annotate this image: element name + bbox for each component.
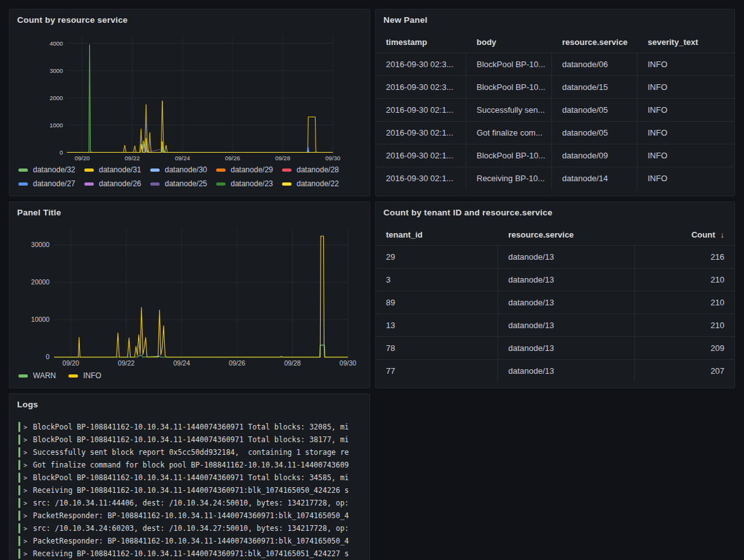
log-row[interactable]: >BlockPool BP-108841162-10.10.34.11-1440… (17, 421, 367, 433)
panel-title[interactable]: Logs (17, 400, 362, 410)
column-header-tenant-id[interactable]: tenant_id (376, 224, 498, 245)
tenant-count-table: tenant_idresource.serviceCount↓29datanod… (376, 224, 734, 388)
table-row: 13datanode/13210 (376, 314, 734, 336)
table-cell: 2016-09-30 02:1... (376, 99, 466, 121)
legend-item-info[interactable]: INFO (68, 369, 101, 383)
table-cell: 2016-09-30 02:3... (376, 76, 466, 98)
panel-header: New Panel (376, 10, 734, 31)
svg-text:0: 0 (46, 353, 49, 360)
log-events-table: timestampbodyresource.serviceseverity_te… (376, 31, 734, 196)
table-row: 78datanode/13209 (376, 336, 734, 359)
legend-item-datanode-27[interactable]: datanode/27 (18, 177, 84, 191)
series-color-marker (18, 169, 28, 172)
expand-chevron-icon: > (23, 487, 29, 494)
log-row[interactable]: >Receiving BP-108841162-10.10.34.11-1440… (17, 547, 367, 560)
legend-item-datanode-22[interactable]: datanode/22 (282, 177, 348, 191)
log-level-bar (18, 536, 20, 546)
series-color-marker (150, 182, 160, 186)
legend-item-datanode-29[interactable]: datanode/29 (216, 163, 282, 177)
log-line-text: BlockPool BP-108841162-10.10.34.11-14400… (33, 435, 349, 444)
log-level-bar (18, 460, 20, 470)
log-row[interactable]: >BlockPool BP-108841162-10.10.34.11-1440… (17, 471, 367, 484)
table-cell: 210 (635, 314, 734, 336)
table-cell: datanode/09 (552, 144, 638, 167)
table-cell: INFO (638, 167, 734, 189)
panel-title[interactable]: Panel Title (17, 208, 362, 218)
log-level-bar (18, 549, 20, 559)
table-cell: datanode/05 (552, 122, 638, 144)
log-row[interactable]: >PacketResponder: BP-108841162-10.10.34.… (17, 535, 367, 547)
column-header-resource-service[interactable]: resource.service (498, 224, 635, 245)
panel-title[interactable]: Count by resource service (17, 15, 362, 25)
legend-item-warn[interactable]: WARN (18, 369, 56, 383)
table-cell: datanode/13 (498, 269, 635, 291)
log-row[interactable]: >Receiving BP-108841162-10.10.34.11-1440… (17, 484, 367, 497)
table-cell: datanode/06 (552, 53, 638, 75)
svg-text:09/26: 09/26 (225, 155, 240, 162)
legend-item-datanode-25[interactable]: datanode/25 (150, 177, 216, 191)
log-row[interactable]: >Got finalize command for block pool BP-… (17, 459, 367, 471)
legend-label: datanode/29 (231, 165, 273, 174)
log-row[interactable]: >src: /10.10.34.24:60203, dest: /10.10.3… (17, 522, 367, 535)
log-line-text: Receiving BP-108841162-10.10.34.11-14400… (33, 486, 349, 495)
expand-chevron-icon: > (23, 512, 29, 519)
svg-text:2000: 2000 (49, 94, 63, 101)
column-header-resource-service[interactable]: resource.service (552, 31, 638, 53)
expand-chevron-icon: > (23, 436, 29, 443)
table-cell: datanode/13 (498, 360, 635, 382)
table-row: 77datanode/13207 (376, 359, 734, 382)
column-header-body[interactable]: body (466, 31, 552, 53)
log-row[interactable]: >src: /10.10.34.11:44406, dest: /10.10.3… (17, 497, 367, 509)
legend-item-datanode-32[interactable]: datanode/32 (18, 163, 84, 177)
column-header-severity-text[interactable]: severity_text (638, 31, 734, 53)
table-cell: datanode/13 (498, 314, 635, 336)
column-header-count[interactable]: Count↓ (635, 224, 734, 245)
chart-legend: WARNINFO (15, 369, 364, 383)
column-header-label: tenant_id (386, 230, 423, 239)
panel-count-by-resource-service: Count by resource service 01000200030004… (9, 9, 370, 196)
legend-label: datanode/27 (33, 179, 75, 188)
legend-label: datanode/30 (165, 165, 207, 174)
legend-label: WARN (33, 371, 56, 380)
table-cell: 2016-09-30 02:1... (376, 122, 466, 144)
series-color-marker (68, 374, 78, 378)
table-row: 29datanode/13216 (376, 245, 734, 268)
table-cell: INFO (638, 53, 734, 75)
legend-item-datanode-31[interactable]: datanode/31 (84, 163, 150, 177)
timeseries-chart[interactable]: 010000200003000009/2009/2209/2409/2609/2… (15, 224, 364, 369)
svg-text:09/28: 09/28 (284, 360, 300, 367)
table-cell: 2016-09-30 02:1... (376, 144, 466, 167)
column-header-timestamp[interactable]: timestamp (376, 31, 466, 53)
legend-item-datanode-26[interactable]: datanode/26 (84, 177, 150, 191)
timeseries-chart[interactable]: 0100020003000400009/2009/2209/2409/2609/… (15, 31, 364, 163)
panel-title[interactable]: New Panel (383, 15, 727, 25)
log-row[interactable]: >Successfully sent block report 0x5cc50d… (17, 446, 367, 459)
log-level-bar (18, 498, 20, 508)
panel-logs: Logs >BlockPool BP-108841162-10.10.34.11… (9, 393, 370, 560)
table-header-row: tenant_idresource.serviceCount↓ (376, 224, 734, 245)
log-line-text: Successfully sent block report 0x5cc50dd… (33, 448, 349, 457)
table-cell: 13 (376, 314, 498, 336)
table-cell: INFO (638, 122, 734, 144)
log-row[interactable]: >PacketResponder: BP-108841162-10.10.34.… (17, 509, 367, 522)
table-cell: Got finalize com... (466, 122, 552, 144)
log-line-text: PacketResponder: BP-108841162-10.10.34.1… (33, 537, 349, 545)
svg-text:10000: 10000 (31, 316, 49, 323)
panel-header: Count by tenant ID and resource.service (376, 202, 734, 224)
log-line-text: BlockPool BP-108841162-10.10.34.11-14400… (33, 423, 349, 431)
log-line-text: src: /10.10.34.24:60203, dest: /10.10.34… (33, 524, 349, 533)
legend-item-datanode-28[interactable]: datanode/28 (282, 163, 348, 177)
panel-title[interactable]: Count by tenant ID and resource.service (383, 208, 727, 218)
panel-panel-title: Panel Title 010000200003000009/2009/2209… (9, 201, 370, 388)
series-color-marker (18, 374, 28, 378)
table-cell: BlockPool BP-10... (466, 144, 552, 167)
expand-chevron-icon: > (23, 462, 29, 469)
log-row[interactable]: >BlockPool BP-108841162-10.10.34.11-1440… (17, 433, 367, 446)
series-color-marker (84, 169, 94, 172)
svg-text:3000: 3000 (49, 67, 63, 74)
legend-item-datanode-23[interactable]: datanode/23 (216, 177, 282, 191)
legend-item-datanode-30[interactable]: datanode/30 (150, 163, 216, 177)
table-row: 2016-09-30 02:3...BlockPool BP-10...data… (376, 75, 734, 98)
panel-header: Logs (10, 394, 369, 416)
legend-label: datanode/23 (231, 179, 273, 188)
